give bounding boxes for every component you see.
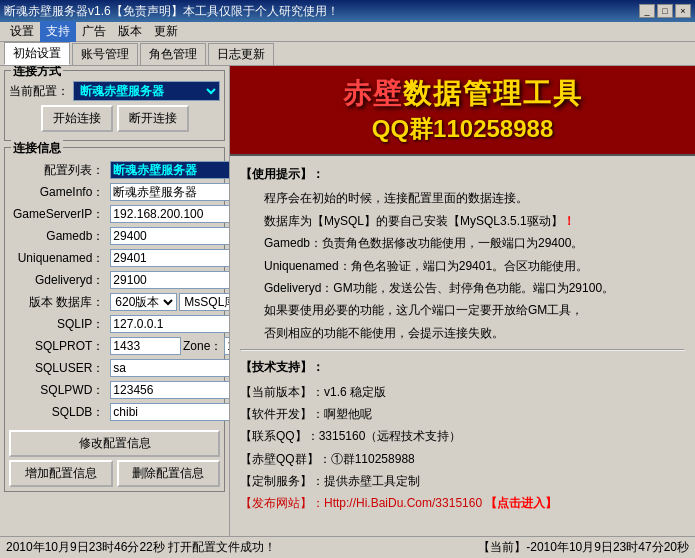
divider [240,349,685,351]
status-right: 【当前】-2010年10月9日23时47分20秒 [478,539,689,556]
db-version-value: 620版本 MsSQL库 [108,292,230,312]
sqldb-label: SQLDB： [11,402,106,422]
field-value [108,226,230,246]
table-row: Gamedb： [11,226,230,246]
tech-line-1: 【软件开发】：啊塑他呢 [240,404,685,424]
sqlip-label: SQLIP： [11,314,106,334]
table-row: GameServerIP： [11,204,230,224]
tech-line-4: 【定制服务】：提供赤壁工具定制 [240,471,685,491]
table-row: SQLUSER： [11,358,230,378]
right-panel: 赤壁数据管理工具 QQ群110258988 【使用提示】： 程序会在初始的时候，… [230,66,695,536]
usage-line-6: 否则相应的功能不能使用，会提示连接失败。 [240,323,685,343]
website-link[interactable]: 【点击进入】 [485,496,557,510]
status-left: 2010年10月9日23时46分22秒 打开配置文件成功！ [6,539,276,556]
menu-item-ads[interactable]: 广告 [76,21,112,42]
window-controls[interactable]: _ □ × [639,4,691,18]
usage-line-5: 如果要使用必要的功能，这几个端口一定要开放给GM工具， [240,300,685,320]
table-row: SQLDB： [11,402,230,422]
usage-line-0: 程序会在初始的时候，连接配置里面的数据连接。 [240,188,685,208]
tab-log-update[interactable]: 日志更新 [208,43,274,65]
field-value [108,182,230,202]
sqlprot-value: Zone： [108,336,230,356]
db-version-select[interactable]: 620版本 [110,293,177,311]
website-label: 【发布网站】：Http://Hi.BaiDu.Com/3315160 [240,496,482,510]
add-config-button[interactable]: 增加配置信息 [9,460,113,487]
table-row: Uniquenamed： [11,248,230,268]
sqlip-input[interactable] [110,315,230,333]
sqldb-value [108,402,230,422]
left-panel: 连接方式 当前配置： 断魂赤壁服务器 开始连接 断开连接 连接信息 配置列表： [0,66,230,536]
field-label: Gdeliveryd： [11,270,106,290]
gameinfo-input[interactable] [110,183,230,201]
title-bar: 断魂赤壁服务器v1.6【免责声明】本工具仅限于个人研究使用！ _ □ × [0,0,695,22]
zone-label: Zone： [183,338,222,355]
sqlprot-input[interactable] [110,337,181,355]
field-value [108,160,230,180]
tab-account-management[interactable]: 账号管理 [72,43,138,65]
table-row: 配置列表： [11,160,230,180]
table-row: Gdeliveryd： [11,270,230,290]
connection-method-title: 连接方式 [11,66,63,80]
toolbar: 初始设置 账号管理 角色管理 日志更新 [0,42,695,66]
table-row: SQLIP： [11,314,230,334]
sqluser-value [108,358,230,378]
uniquenamed-input[interactable] [110,249,230,267]
menu-item-settings[interactable]: 设置 [4,21,40,42]
field-value [108,204,230,224]
disconnect-button[interactable]: 断开连接 [117,105,189,132]
connection-method-group: 连接方式 当前配置： 断魂赤壁服务器 开始连接 断开连接 [4,70,225,141]
menu-item-update[interactable]: 更新 [148,21,184,42]
db-version-label: 版本 数据库： [11,292,106,312]
website-line[interactable]: 【发布网站】：Http://Hi.BaiDu.Com/3315160 【点击进入… [240,493,685,513]
tech-head: 【技术支持】： [240,357,685,377]
current-config-select[interactable]: 断魂赤壁服务器 [73,81,220,101]
table-row: GameInfo： [11,182,230,202]
current-config-label: 当前配置： [9,83,69,100]
field-value [108,270,230,290]
sqlprot-label: SQLPROT： [11,336,106,356]
menu-item-version[interactable]: 版本 [112,21,148,42]
maximize-button[interactable]: □ [657,4,673,18]
usage-line-3: Uniquenamed：角色名验证，端口为29401。合区功能使用。 [240,256,685,276]
sqldb-input[interactable] [110,403,230,421]
table-row: 版本 数据库： 620版本 MsSQL库 [11,292,230,312]
tech-line-3: 【赤壁QQ群】：①群110258988 [240,449,685,469]
connection-info-title: 连接信息 [11,140,63,157]
gameserverip-input[interactable] [110,205,230,223]
field-value [108,248,230,268]
info-area: 【使用提示】： 程序会在初始的时候，连接配置里面的数据连接。 数据库为【MySQ… [230,156,695,536]
tab-role-management[interactable]: 角色管理 [140,43,206,65]
field-label: Gamedb： [11,226,106,246]
sqluser-label: SQLUSER： [11,358,106,378]
sqlpwd-value [108,380,230,400]
tech-line-0: 【当前版本】：v1.6 稳定版 [240,382,685,402]
banner-qq: QQ群110258988 [372,113,553,145]
connect-button[interactable]: 开始连接 [41,105,113,132]
usage-line-4: Gdeliveryd：GM功能，发送公告、封停角色功能。端口为29100。 [240,278,685,298]
main-content: 连接方式 当前配置： 断魂赤壁服务器 开始连接 断开连接 连接信息 配置列表： [0,66,695,536]
sqluser-input[interactable] [110,359,230,377]
tech-section: 【技术支持】： 【当前版本】：v1.6 稳定版 【软件开发】：啊塑他呢 【联系Q… [240,357,685,514]
sqlpwd-label: SQLPWD： [11,380,106,400]
window-title: 断魂赤壁服务器v1.6【免责声明】本工具仅限于个人研究使用！ [4,3,339,20]
field-label: Uniquenamed： [11,248,106,268]
close-button[interactable]: × [675,4,691,18]
menu-bar: 设置 支持 广告 版本 更新 [0,22,695,42]
sqlip-value [108,314,230,334]
banner-title: 赤壁数据管理工具 [343,75,583,113]
banner-title-part2: 数据管理工具 [403,78,583,109]
modify-config-button[interactable]: 修改配置信息 [9,430,220,457]
gamedb-input[interactable] [110,227,230,245]
menu-item-support[interactable]: 支持 [40,21,76,42]
db-type-select[interactable]: MsSQL库 [179,293,230,311]
connection-info-group: 连接信息 配置列表： GameInfo： GameServerIP： [4,147,225,492]
gdeliveryd-input[interactable] [110,271,230,289]
config-list-input[interactable] [110,161,230,179]
tab-initial-settings[interactable]: 初始设置 [4,42,70,65]
minimize-button[interactable]: _ [639,4,655,18]
table-row: SQLPWD： [11,380,230,400]
field-label: GameServerIP： [11,204,106,224]
sqlpwd-input[interactable] [110,381,230,399]
delete-config-button[interactable]: 删除配置信息 [117,460,221,487]
usage-head: 【使用提示】： [240,164,685,184]
